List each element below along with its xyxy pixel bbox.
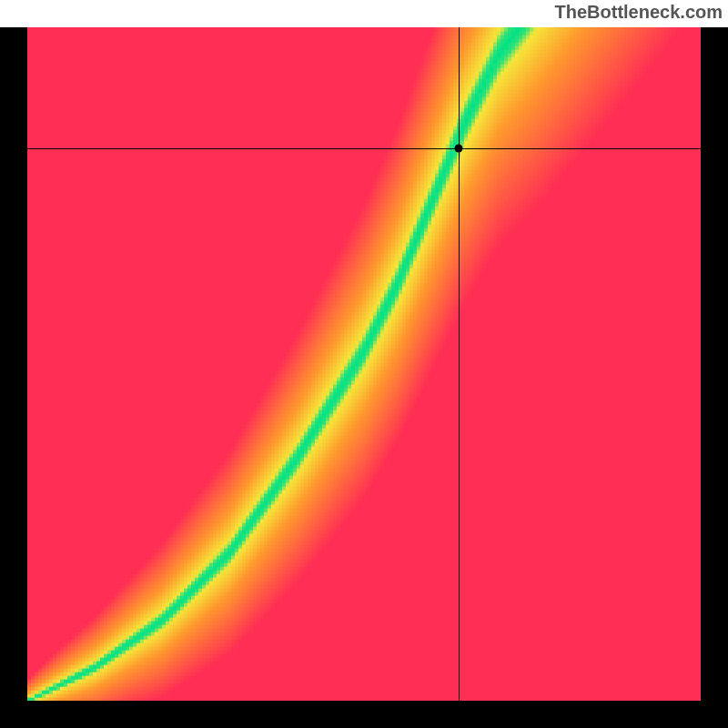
heatmap-plot [27,27,701,701]
crosshair-marker [454,145,462,153]
crosshair-vertical [459,27,460,701]
crosshair-horizontal [27,148,701,149]
attribution-text: TheBottleneck.com [555,2,723,22]
attribution-label: TheBottleneck.com [0,0,728,27]
heatmap-canvas [27,27,701,701]
chart-container: TheBottleneck.com [0,0,728,728]
